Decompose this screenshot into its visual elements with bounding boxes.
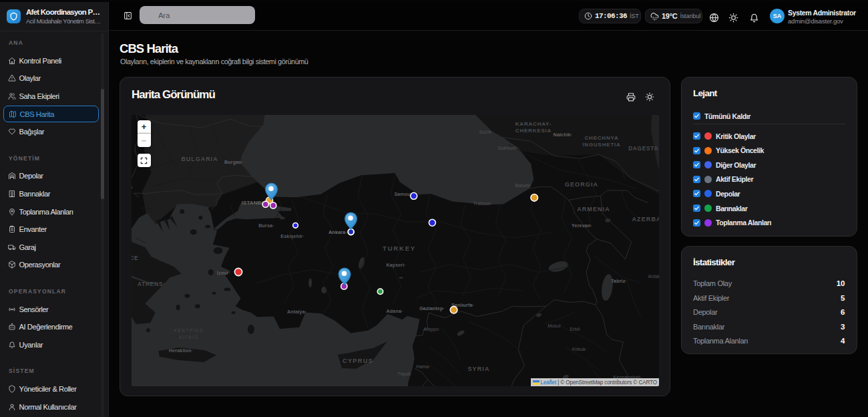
svg-text:CHERKESIA: CHERKESIA	[515, 128, 552, 134]
svg-text:TURKEY: TURKEY	[383, 245, 416, 252]
svg-text:Sukhumi·: Sukhumi·	[498, 146, 518, 150]
svg-text:GEORGIA: GEORGIA	[565, 181, 598, 188]
svg-text:DAGESTAN: DAGESTAN	[628, 146, 659, 152]
svg-text:ARMENIA: ARMENIA	[577, 206, 610, 213]
svg-text:Ardabil·: Ardabil·	[648, 274, 659, 279]
svg-text:Mosul·: Mosul·	[548, 323, 562, 328]
svg-text:Batumi·: Batumi·	[515, 183, 532, 188]
svg-text:Aleppo·: Aleppo·	[424, 327, 441, 332]
svg-text:Trabzon·: Trabzon·	[473, 201, 493, 206]
svg-text:Erbil·: Erbil·	[570, 327, 582, 331]
svg-text:Heraklion·: Heraklion·	[169, 348, 193, 354]
svg-text:Nalchik·: Nalchik·	[554, 132, 573, 138]
svg-text:Burgas·: Burgas·	[224, 159, 243, 165]
svg-text:ΚΕΝΤΡΙΚΟ: ΚΕΝΤΡΙΚΟ	[174, 328, 204, 333]
svg-text:Gaziantep·: Gaziantep·	[419, 305, 445, 311]
svg-text:İzmir·: İzmir·	[217, 270, 230, 276]
svg-text:Hama·: Hama·	[416, 364, 431, 369]
svg-text:Eskişehir·: Eskişehir·	[280, 233, 304, 239]
svg-text:SYRIA: SYRIA	[467, 366, 489, 372]
svg-text:CHECHNYA: CHECHNYA	[584, 135, 618, 141]
svg-text:KARACHAY-: KARACHAY-	[515, 121, 552, 127]
svg-text:Kirkuk·: Kirkuk·	[572, 347, 587, 352]
svg-text:AZERBAIJAN: AZERBAIJAN	[632, 216, 659, 223]
svg-text:Bursa·: Bursa·	[258, 223, 274, 229]
svg-text:ATHENS·: ATHENS·	[138, 281, 166, 287]
svg-text:Adana·: Adana·	[387, 308, 403, 314]
svg-text:CYPRUS: CYPRUS	[343, 358, 373, 364]
svg-text:Antalya·: Antalya·	[287, 309, 306, 315]
svg-text:INGUSHETIA: INGUSHETIA	[582, 142, 620, 148]
svg-text:Tripoli·: Tripoli·	[397, 372, 412, 377]
svg-text:Yerevan·: Yerevan·	[572, 223, 592, 229]
svg-text:Kayseri·: Kayseri·	[386, 262, 405, 268]
svg-text:BULGARIA: BULGARIA	[181, 156, 218, 162]
svg-text:Sochi·: Sochi·	[479, 130, 493, 134]
svg-text:GREECE: GREECE	[132, 255, 139, 261]
svg-text:MACEDONIA: MACEDONIA	[132, 183, 133, 190]
svg-text:Ankara·: Ankara·	[329, 229, 347, 235]
svg-text:ΑΙΓΑΙΟ: ΑΙΓΑΙΟ	[179, 335, 198, 339]
svg-text:Tabriz·: Tabriz·	[611, 278, 627, 284]
